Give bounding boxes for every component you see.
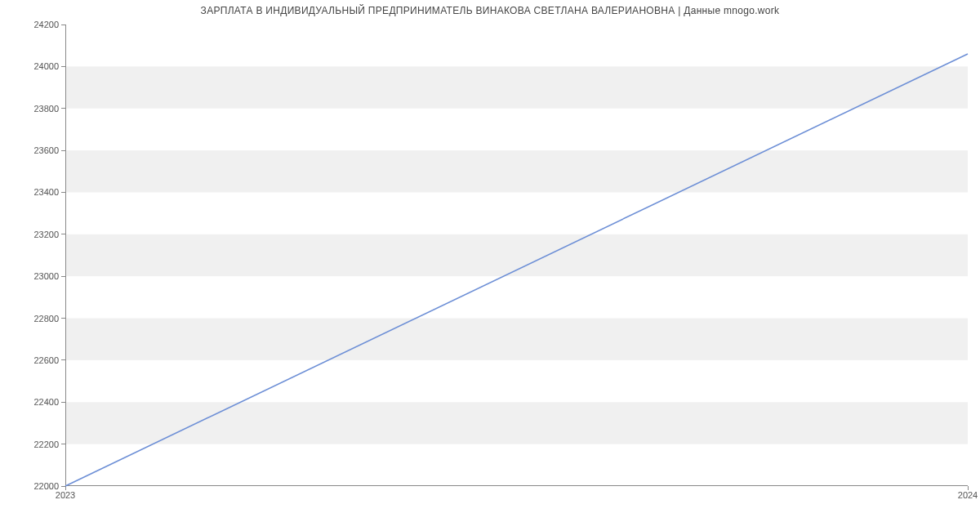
y-tick-label: 22800 (10, 314, 59, 324)
y-tick-label: 24200 (10, 20, 59, 29)
y-tick-label: 22400 (10, 397, 59, 407)
y-tick-label: 23200 (10, 230, 59, 239)
y-tick-label: 23400 (10, 187, 59, 197)
svg-rect-4 (65, 66, 968, 108)
x-tick-label: 2024 (958, 490, 978, 500)
svg-rect-3 (65, 150, 968, 192)
svg-rect-1 (65, 319, 968, 360)
svg-rect-0 (65, 402, 968, 444)
chart-container: ЗАРПЛАТА В ИНДИВИДУАЛЬНЫЙ ПРЕДПРИНИМАТЕЛ… (0, 0, 980, 531)
chart-svg (65, 25, 968, 486)
y-tick-label: 24000 (10, 61, 59, 71)
y-tick-label: 23600 (10, 145, 59, 155)
y-tick-label: 22000 (10, 481, 59, 491)
chart-title: ЗАРПЛАТА В ИНДИВИДУАЛЬНЫЙ ПРЕДПРИНИМАТЕЛ… (0, 5, 980, 16)
plot-area (65, 25, 968, 486)
x-tick-label: 2023 (56, 490, 75, 500)
y-tick-label: 22200 (10, 440, 59, 449)
y-tick-label: 22600 (10, 355, 59, 365)
y-tick-label: 23000 (10, 271, 59, 281)
y-tick-label: 23800 (10, 104, 59, 114)
